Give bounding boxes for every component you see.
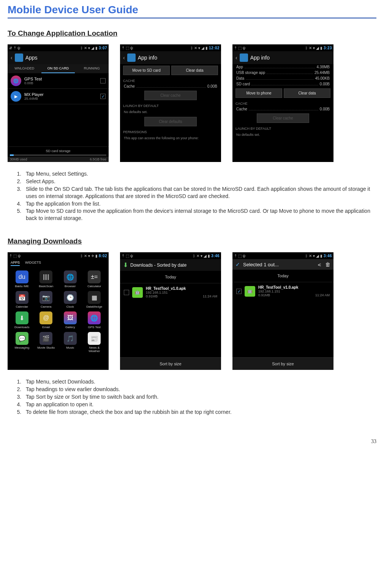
app-gallery[interactable]: 🖼Gallery: [59, 311, 82, 329]
no-defaults-text: No defaults set.: [120, 108, 221, 115]
download-item[interactable]: 🤖 HR_TestTool_v1.0.apk 192.168.1.151 0.9…: [232, 282, 333, 300]
sort-by-size-button[interactable]: Sort by size: [120, 357, 221, 370]
move-to-phone-button[interactable]: Move to phone: [235, 88, 282, 98]
no-defaults-text: No defaults set.: [232, 131, 333, 138]
clear-data-button[interactable]: Clear data: [171, 66, 218, 75]
move-to-sd-button[interactable]: Move to SD card: [123, 66, 170, 75]
document-title: Mobile Device User Guide: [8, 4, 376, 17]
back-icon[interactable]: ‹: [123, 55, 125, 61]
app-email[interactable]: @Email: [35, 311, 58, 329]
usb-key: USB storage app: [236, 71, 265, 75]
section2-steps: Tap Menu, select Downloads. Tap headings…: [8, 378, 376, 415]
clear-cache-button[interactable]: Clear cache: [144, 91, 197, 100]
checkbox-unchecked[interactable]: [100, 78, 106, 83]
app-name: MX Player: [24, 92, 100, 97]
launch-section-label: LAUNCH BY DEFAULT: [232, 124, 333, 131]
step-item: Slide to the On SD Card tab. The tab lis…: [23, 186, 376, 200]
tab-running[interactable]: RUNNING: [75, 64, 109, 73]
screenshot-row-2: ⇡⬚ψ ᛒ✕▾✈▮8:02 APPS WIDGETS duBaidu IME |…: [8, 252, 376, 370]
app-clock[interactable]: 🕒Clock: [59, 291, 82, 308]
selection-action-bar: ✓ Selected 1 out... ⪪ 🗑: [232, 259, 333, 270]
status-bar: ⇡⬚ψ ᛒ✕▾◢▮3:46: [120, 252, 221, 259]
screenshot-app-info-move-phone: ⇡⬚ψ ᛒ✕▾◢▮3:23 ‹ App info App4.38MB USB s…: [232, 44, 333, 162]
checkbox-checked[interactable]: [100, 94, 106, 99]
app-bar: ⬇ Downloads - Sorted by date: [120, 259, 221, 271]
sort-by-size-button[interactable]: Sort by size: [232, 357, 333, 370]
checkbox-checked[interactable]: [236, 289, 242, 294]
group-today[interactable]: Today: [232, 270, 333, 282]
usb-value: 25.44MB: [314, 71, 330, 75]
download-file-time: 11:24 AM: [315, 293, 330, 297]
tab-downloaded[interactable]: WNLOADED: [8, 64, 41, 73]
app-movie-studio[interactable]: 🎬Movie Studio: [35, 332, 58, 353]
download-item[interactable]: 🤖 HR_TestTool_v1.0.apk 192.168.1.151 0.9…: [120, 283, 221, 301]
app-row-mx-player[interactable]: ▶ MX Player 25.44MB: [8, 89, 109, 104]
cache-section-label: CACHE: [120, 77, 221, 83]
group-today[interactable]: Today: [120, 271, 221, 283]
app-basicscan[interactable]: ||||BasicScan: [35, 270, 58, 288]
title-rule: [8, 17, 376, 19]
section-heading-change-location: To Change Application Location: [8, 29, 376, 38]
appbar-title: Downloads - Sorted by date: [130, 263, 186, 268]
permissions-section-label: PERMISSIONS: [120, 128, 221, 135]
apps-grid: duBaidu IME ||||BasicScan 🌐Browser ±=Cal…: [8, 267, 109, 356]
app-downloads[interactable]: ⬇Downloads: [11, 311, 33, 329]
clear-data-button[interactable]: Clear data: [284, 88, 330, 98]
storage-used: 30MB used: [10, 157, 27, 161]
status-time: 12:02: [209, 46, 220, 50]
app-datawedge[interactable]: ▦DataWedge: [83, 291, 106, 308]
back-icon[interactable]: ‹: [235, 55, 237, 61]
checkbox-unchecked[interactable]: [124, 290, 129, 295]
done-icon[interactable]: ✓: [235, 261, 240, 267]
app-name: GPS Test: [24, 77, 100, 81]
app-news-weather[interactable]: 📰News & Weather: [83, 332, 106, 353]
share-icon[interactable]: ⪪: [317, 261, 322, 267]
data-value: 45.00KB: [315, 76, 330, 80]
step-item: Tap Menu, select Downloads.: [23, 378, 376, 385]
storage-footer: 30MB used 6.5GB free: [8, 157, 109, 162]
status-time: 8:02: [99, 254, 107, 258]
screenshot-apps-sdcard: ⇵⇡ψ ᛒ✕▾◢▮3:07 ‹ Apps WNLOADED ON SD CARD…: [8, 44, 109, 162]
app-camera[interactable]: 📷Camera: [35, 291, 58, 308]
launch-section-label: LAUNCH BY DEFAULT: [120, 102, 221, 108]
screenshot-app-info-move-sd: ⇡⬚ψ ᛒ✕▾◢▮12:02 ‹ App info Move to SD car…: [120, 44, 221, 162]
download-file-size: 0.91MB: [146, 294, 158, 298]
page-number: 33: [8, 439, 376, 445]
tab-widgets[interactable]: WIDGETS: [25, 261, 41, 266]
storage-label: SD card storage: [46, 149, 70, 153]
step-item: Tap headings to view earlier downloads.: [23, 386, 376, 393]
screenshot-row-1: ⇵⇡ψ ᛒ✕▾◢▮3:07 ‹ Apps WNLOADED ON SD CARD…: [8, 44, 376, 162]
step-item: Tap an application to open it.: [23, 401, 376, 408]
status-bar: ⇡⬚ψ ᛒ✕▾◢▮3:46: [232, 252, 333, 259]
app-row-gps-test[interactable]: 🌐 GPS Test 0.00B: [8, 73, 109, 89]
download-file-size: 0.91MB: [258, 293, 270, 297]
app-gps-test[interactable]: 🌐GPS Test: [83, 311, 106, 329]
app-browser[interactable]: 🌐Browser: [59, 270, 82, 288]
section-heading-managing-downloads: Managing Downloads: [8, 237, 376, 245]
sd-value: 0.00B: [320, 82, 330, 86]
tab-apps[interactable]: APPS: [11, 261, 20, 266]
app-size: 25.44MB: [24, 97, 100, 101]
app-value: 4.38MB: [317, 65, 330, 69]
cache-key: Cache: [236, 107, 247, 111]
settings-icon: [127, 53, 136, 62]
tab-on-sd-card[interactable]: ON SD CARD: [41, 64, 75, 73]
settings-icon: [240, 53, 248, 62]
back-icon[interactable]: ‹: [11, 55, 13, 61]
step-item: To delete file from storage, check the b…: [23, 409, 376, 416]
app-calendar[interactable]: 📅Calendar: [11, 291, 33, 308]
clear-defaults-button[interactable]: Clear defaults: [144, 117, 197, 126]
app-messaging[interactable]: 💬Messaging: [11, 332, 33, 353]
app-size: 0.00B: [24, 81, 100, 85]
settings-icon: [15, 53, 23, 62]
trash-icon[interactable]: 🗑: [325, 261, 330, 267]
app-baidu-ime[interactable]: duBaidu IME: [11, 270, 33, 288]
launcher-tabs: APPS WIDGETS: [8, 259, 109, 267]
selection-count-label: Selected 1 out...: [243, 262, 314, 267]
app-music[interactable]: 🎵Music: [59, 332, 82, 353]
step-item: Tap Menu, select Settings.: [23, 170, 376, 178]
app-calculator[interactable]: ±=Calculator: [83, 270, 106, 288]
status-time: 3:07: [99, 46, 107, 50]
clear-cache-button[interactable]: Clear cache: [257, 113, 309, 123]
app-key: App: [236, 65, 243, 69]
